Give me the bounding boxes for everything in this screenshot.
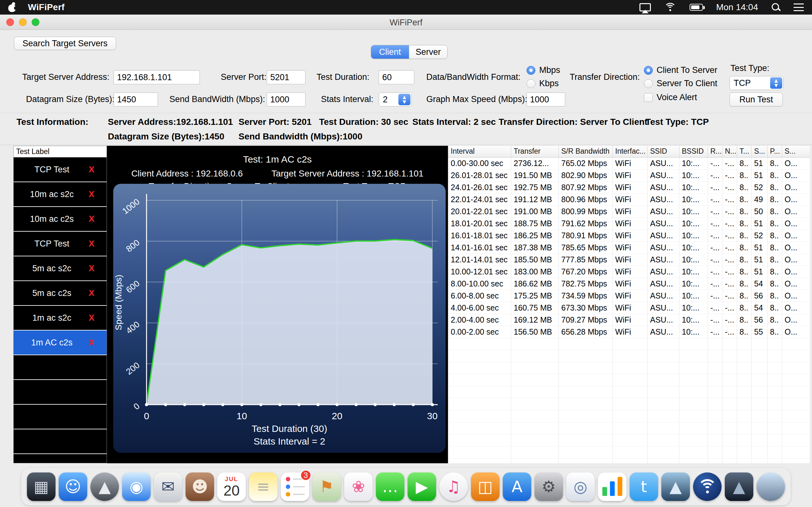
wifi-icon[interactable] [664, 3, 676, 12]
client-server-segmented-control: Client Server [371, 45, 448, 59]
delete-test-button[interactable]: X [89, 288, 95, 298]
menubar-app-name[interactable]: WiFiPerf [28, 2, 65, 12]
voice-alert-checkbox[interactable]: Voice Alert [644, 93, 697, 102]
dock-icon-screen-capture-app[interactable]: ▦ [27, 472, 55, 501]
dock-icon-contacts[interactable]: ☻ [186, 472, 214, 501]
tab-server[interactable]: Server [409, 45, 447, 59]
search-target-servers-button[interactable]: Search Target Servers [14, 37, 116, 50]
dock-icon-messages[interactable]: … [376, 472, 404, 501]
result-row[interactable]: 16.01-18.01 sec186.25 MB780.91 MbpsWiFiA… [448, 229, 810, 241]
result-row[interactable]: 8.00-10.00 sec186.62 MB782.75 MbpsWiFiAS… [448, 278, 810, 290]
battery-icon[interactable] [690, 4, 703, 11]
result-row[interactable]: 24.01-26.01 sec192.75 MB807.92 MbpsWiFiA… [448, 181, 810, 193]
dock-icon-calendar[interactable]: JUL20 [217, 472, 246, 501]
column-header[interactable]: T... [737, 146, 751, 157]
dock-icon-chart-app[interactable] [598, 472, 626, 501]
result-row[interactable]: 2.00-4.00 sec169.12 MB709.27 MbpsWiFiASU… [448, 314, 810, 326]
dock-icon-sphere-app[interactable] [757, 472, 785, 501]
dock-icon-preview[interactable]: ◎ [566, 472, 595, 501]
result-cell: -... [722, 193, 737, 205]
result-cell: 10:... [679, 157, 708, 169]
result-row[interactable]: 0.00-2.00 sec156.50 MB656.28 MbpsWiFiASU… [448, 326, 810, 338]
delete-test-button[interactable]: X [89, 214, 95, 224]
column-header[interactable]: BSSID [679, 146, 708, 157]
graph-max-speed-input[interactable] [526, 93, 565, 107]
result-row[interactable]: 12.01-14.01 sec185.50 MB777.85 MbpsWiFiA… [448, 253, 810, 266]
result-row[interactable]: 6.00-8.00 sec175.25 MB734.59 MbpsWiFiASU… [448, 290, 810, 302]
dock-icon-app-store[interactable]: A [503, 472, 531, 501]
result-row[interactable]: 4.00-6.00 sec160.75 MB673.30 MbpsWiFiASU… [448, 302, 810, 314]
dock-icon-reminders[interactable]: 3 [281, 472, 309, 501]
result-row[interactable]: 10.00-12.01 sec183.00 MB767.20 MbpsWiFiA… [448, 266, 810, 278]
format-kbps-radio[interactable]: Kbps [526, 78, 559, 89]
column-header[interactable]: S... [782, 146, 810, 157]
run-test-button[interactable]: Run Test [729, 93, 783, 107]
test-label-item[interactable]: 5m ac s2cX [14, 257, 107, 281]
delete-test-button[interactable]: X [89, 313, 95, 323]
test-label-item[interactable]: 10m ac s2cX [14, 182, 107, 207]
result-row[interactable]: 14.01-16.01 sec187.38 MB785.65 MbpsWiFiA… [448, 241, 810, 253]
dock-icon-itunes[interactable]: ♫ [439, 472, 468, 501]
apple-menu-icon[interactable] [8, 3, 16, 12]
dock-icon-ibooks[interactable]: ◫ [471, 472, 500, 501]
dock-icon-mail[interactable]: ✉ [154, 472, 183, 501]
dock-icon-finder[interactable]: ☺ [59, 472, 87, 501]
column-header[interactable]: Interval [448, 146, 511, 157]
result-row[interactable]: 0.00-30.00 sec2736.12...765.02 MbpsWiFiA… [448, 157, 810, 169]
column-header[interactable]: Interfac... [612, 146, 647, 157]
test-label-item[interactable]: TCP TestX [14, 158, 107, 182]
launchpad-glyph: ▲ [99, 479, 111, 495]
delete-test-button[interactable]: X [89, 189, 95, 199]
dock-icon-photos[interactable]: ❀ [344, 472, 373, 501]
result-row[interactable]: 22.01-24.01 sec191.12 MB800.96 MbpsWiFiA… [448, 193, 810, 205]
dock-icon-image-viewer[interactable]: ▲ [661, 472, 690, 501]
column-header[interactable]: N... [722, 146, 737, 157]
dock-icon-maps[interactable]: ⚑ [312, 472, 341, 501]
column-header[interactable]: P... [767, 146, 782, 157]
dock-icon-facetime[interactable]: ▶ [408, 472, 436, 501]
column-header[interactable]: S/R Bandwidth [559, 146, 612, 157]
dock-icon-wifi-analyzer[interactable] [693, 472, 722, 501]
delete-test-button[interactable]: X [89, 337, 95, 348]
server-port-input[interactable] [267, 70, 305, 84]
test-duration-input[interactable] [379, 70, 414, 84]
dock-icon-photo-file[interactable]: ▲ [725, 472, 753, 501]
test-type-select[interactable]: TCP ▲▼ [729, 76, 783, 90]
test-label-item[interactable]: TCP TestX [14, 232, 107, 257]
test-label-item[interactable]: 5m ac c2sX [14, 281, 107, 306]
column-header[interactable]: S... [751, 146, 767, 157]
result-row[interactable]: 26.01-28.01 sec191.50 MB802.90 MbpsWiFiA… [448, 169, 810, 181]
dock-icon-notes[interactable]: ≡ [249, 472, 277, 501]
delete-test-button[interactable]: X [89, 239, 95, 249]
target-server-address-input[interactable] [113, 70, 200, 84]
result-cell: 8.. [767, 266, 782, 278]
dock-icon-system-preferences[interactable]: ⚙ [535, 472, 563, 501]
stats-interval-select[interactable]: 2 ▲▼ [379, 93, 412, 107]
dock-icon-twitter[interactable]: t [629, 472, 658, 501]
airplay-icon[interactable] [640, 3, 651, 11]
spotlight-icon[interactable] [771, 3, 780, 12]
result-cell: 8.. [767, 217, 782, 229]
datagram-size-input[interactable] [113, 93, 158, 107]
format-mbps-radio[interactable]: Mbps [526, 65, 560, 75]
column-header[interactable]: R... [708, 146, 722, 157]
dock-icon-launchpad[interactable]: ▲ [90, 472, 119, 501]
column-header[interactable]: SSID [647, 146, 679, 157]
column-header[interactable]: Transfer [511, 146, 559, 157]
result-row[interactable]: 20.01-22.01 sec191.00 MB800.99 MbpsWiFiA… [448, 205, 810, 217]
tab-client[interactable]: Client [371, 45, 409, 59]
send-bandwidth-input[interactable] [267, 93, 305, 107]
test-label-item[interactable]: 1m ac s2cX [14, 306, 107, 331]
delete-test-button[interactable]: X [89, 263, 95, 274]
direction-server-to-client-radio[interactable]: Server To Client [644, 78, 717, 89]
result-cell: O... [782, 205, 810, 217]
delete-test-button[interactable]: X [89, 164, 95, 175]
result-row[interactable]: 18.01-20.01 sec188.75 MB791.62 MbpsWiFiA… [448, 217, 810, 229]
notification-center-icon[interactable] [794, 3, 804, 11]
test-label-item[interactable]: 1m AC c2sX [14, 331, 107, 355]
result-cell: 160.75 MB [511, 302, 559, 314]
menubar-clock[interactable]: Mon 14:04 [716, 2, 758, 12]
dock-icon-safari[interactable]: ◉ [122, 472, 151, 501]
test-label-item[interactable]: 10m ac c2sX [14, 207, 107, 232]
direction-client-to-server-radio[interactable]: Client To Server [644, 65, 717, 75]
